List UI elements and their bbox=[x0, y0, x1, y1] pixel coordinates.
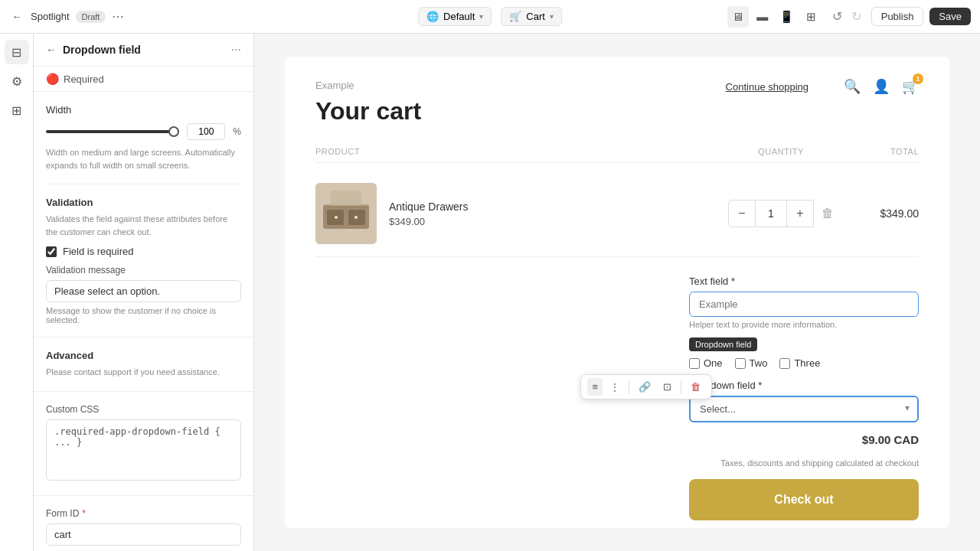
text-field-label: Text field * bbox=[689, 276, 919, 287]
product-name: Antique Drawers bbox=[389, 201, 720, 213]
sidebar-header: ← Dropdown field ··· bbox=[34, 34, 253, 67]
desktop-view-button[interactable]: 🖥 bbox=[727, 6, 749, 28]
field-tooltip: Dropdown field bbox=[689, 337, 757, 351]
device-icons: 🖥 ▬ 📱 ⊞ bbox=[727, 6, 822, 28]
required-checkbox-label: Field is required bbox=[63, 246, 134, 257]
quantity-control: − 1 + 🗑 bbox=[720, 200, 842, 227]
product-price: $349.00 bbox=[389, 216, 720, 227]
toolbar-delete-button[interactable]: 🗑 bbox=[686, 378, 705, 396]
product-image bbox=[315, 183, 377, 244]
toolbar-image-button[interactable]: ⊡ bbox=[658, 378, 676, 396]
save-button[interactable]: Save bbox=[929, 8, 971, 25]
sections-icon[interactable]: ⊟ bbox=[5, 40, 29, 64]
required-badge: 🔴 Required bbox=[34, 67, 253, 92]
toolbar-divider-1 bbox=[629, 380, 629, 394]
total-column-header: TOTAL bbox=[842, 147, 919, 156]
icon-rail: ⊟ ⚙ ⊞ bbox=[0, 34, 34, 551]
topbar-left: ← Spotlight Draft ⋯ bbox=[9, 9, 721, 24]
product-thumbnail bbox=[315, 183, 377, 244]
cart-button[interactable]: 🛒 1 bbox=[902, 78, 919, 95]
item-total: $349.00 bbox=[842, 207, 919, 220]
width-label: Width bbox=[46, 104, 241, 116]
checkbox-one[interactable] bbox=[689, 358, 700, 369]
checkbox-option-three[interactable]: Three bbox=[779, 357, 820, 369]
more-button[interactable]: ⋯ bbox=[112, 9, 126, 24]
checkbox-option-two[interactable]: Two bbox=[735, 357, 768, 369]
user-button[interactable]: 👤 bbox=[873, 78, 890, 95]
form-id-asterisk: * bbox=[82, 508, 86, 519]
svg-point-5 bbox=[354, 216, 358, 219]
delete-item-button[interactable]: 🗑 bbox=[822, 207, 834, 220]
width-slider-track[interactable] bbox=[46, 130, 179, 133]
preview-content: Example Your cart Continue shopping 🔍 👤 … bbox=[285, 57, 949, 528]
draft-badge[interactable]: Draft bbox=[76, 11, 106, 23]
preview-selector[interactable]: 🌐 Default ▾ bbox=[418, 7, 492, 26]
custom-css-textarea[interactable]: .required-app-dropdown-field { ... } bbox=[46, 419, 241, 481]
cart-header-icons: Continue shopping 🔍 👤 🛒 1 bbox=[726, 78, 919, 95]
checkbox-field-group: Checkbox field One Two Three bbox=[689, 340, 919, 369]
layout-view-button[interactable]: ⊞ bbox=[801, 6, 822, 28]
toolbar-link-button[interactable]: 🔗 bbox=[634, 378, 655, 396]
checkbox-three[interactable] bbox=[779, 358, 790, 369]
text-field-group: Text field * Helper text to provide more… bbox=[689, 276, 919, 329]
topbar-center: 🌐 Default ▾ 🛒 Cart ▾ bbox=[418, 7, 562, 26]
undo-button[interactable]: ↺ bbox=[828, 6, 846, 27]
advanced-section: Advanced Please contact support if you n… bbox=[34, 337, 253, 392]
tax-note-text: Taxes, discounts and shipping calculated… bbox=[720, 458, 919, 468]
sidebar-panel: ← Dropdown field ··· 🔴 Required Width 10… bbox=[34, 34, 254, 551]
globe-icon: 🌐 bbox=[426, 11, 439, 22]
toolbar-align-center-button[interactable]: ⋮ bbox=[606, 379, 624, 396]
subtotal-value: $9.00 CAD bbox=[862, 433, 919, 446]
decrease-quantity-button[interactable]: − bbox=[728, 200, 756, 227]
preview-label: Default bbox=[443, 11, 475, 22]
validation-section: Validation Validates the field against t… bbox=[34, 184, 253, 337]
publish-button[interactable]: Publish bbox=[871, 7, 924, 26]
chevron-down-icon-2: ▾ bbox=[550, 12, 554, 21]
redo-button[interactable]: ↻ bbox=[848, 6, 865, 27]
sidebar-back-button[interactable]: ← bbox=[46, 44, 57, 56]
mobile-view-button[interactable]: 📱 bbox=[776, 6, 798, 28]
main-layout: ⊟ ⚙ ⊞ ← Dropdown field ··· 🔴 Required Wi… bbox=[0, 34, 980, 551]
app-name: Spotlight bbox=[31, 11, 70, 22]
settings-icon[interactable]: ⚙ bbox=[5, 69, 29, 93]
cart-item: Antique Drawers $349.00 − 1 + 🗑 $349.00 bbox=[315, 171, 919, 257]
chevron-down-icon-dropdown: ▾ bbox=[905, 403, 910, 413]
custom-css-section: Custom CSS .required-app-dropdown-field … bbox=[34, 392, 253, 496]
dropdown-wrapper: Select... ▾ bbox=[689, 396, 919, 422]
product-column-header: PRODUCT bbox=[315, 147, 720, 156]
advanced-desc: Please contact support if you need assis… bbox=[46, 366, 241, 379]
quantity-value: 1 bbox=[756, 200, 786, 227]
validation-desc: Validates the field against these attrib… bbox=[46, 213, 241, 238]
toolbar-align-left-button[interactable]: ≡ bbox=[587, 378, 603, 396]
text-field-helper: Helper text to provide more information. bbox=[689, 320, 919, 329]
dropdown-select[interactable]: Select... bbox=[689, 396, 919, 422]
checkbox-two[interactable] bbox=[735, 358, 746, 369]
required-checkbox[interactable] bbox=[46, 246, 57, 257]
back-icon[interactable]: ← bbox=[9, 9, 24, 24]
quantity-column-header: QUANTITY bbox=[720, 147, 842, 156]
custom-css-label: Custom CSS bbox=[46, 404, 241, 415]
text-field-input[interactable] bbox=[689, 292, 919, 317]
cart-title: Your cart bbox=[315, 97, 919, 126]
dropdown-field-group: Dropdown field * Select... ▾ bbox=[689, 380, 919, 422]
increase-quantity-button[interactable]: + bbox=[786, 200, 814, 227]
continue-shopping-link[interactable]: Continue shopping bbox=[726, 81, 808, 93]
checkbox-options: One Two Three Dropdown field bbox=[689, 357, 919, 369]
width-input[interactable]: 100 bbox=[187, 123, 225, 140]
tablet-view-button[interactable]: ▬ bbox=[752, 6, 773, 28]
advanced-title: Advanced bbox=[46, 350, 241, 361]
subtotal-row: $9.00 CAD bbox=[689, 433, 919, 446]
form-id-input[interactable] bbox=[46, 523, 241, 546]
blocks-icon[interactable]: ⊞ bbox=[5, 98, 29, 122]
sidebar-more-button[interactable]: ··· bbox=[231, 43, 241, 57]
search-button[interactable]: 🔍 bbox=[844, 78, 861, 95]
width-slider-thumb[interactable] bbox=[168, 126, 179, 137]
checkbox-option-one[interactable]: One bbox=[689, 357, 723, 369]
checkout-button[interactable]: Check out bbox=[689, 479, 919, 520]
chevron-down-icon: ▾ bbox=[479, 12, 483, 21]
sidebar-header-left: ← Dropdown field bbox=[46, 44, 141, 56]
svg-point-4 bbox=[335, 216, 338, 219]
validation-title: Validation bbox=[46, 197, 241, 208]
validation-message-input[interactable] bbox=[46, 280, 241, 302]
cart-selector[interactable]: 🛒 Cart ▾ bbox=[501, 7, 562, 26]
